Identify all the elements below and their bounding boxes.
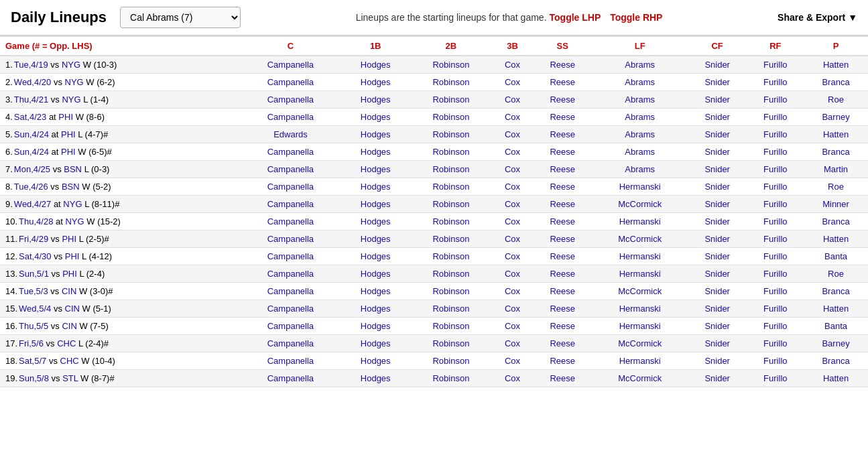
center-field-link[interactable]: Snider bbox=[704, 338, 730, 348]
opp-link[interactable]: PHI bbox=[61, 129, 76, 139]
shortstop-link[interactable]: Reese bbox=[550, 129, 575, 139]
catcher-link[interactable]: Campanella bbox=[267, 234, 314, 244]
opp-link[interactable]: NYG bbox=[65, 77, 84, 87]
first-base-link[interactable]: Hodges bbox=[361, 60, 391, 70]
opp-link[interactable]: BSN bbox=[62, 182, 80, 192]
game-link[interactable]: Sat,4/23 bbox=[14, 112, 46, 122]
left-field-link[interactable]: Abrams bbox=[625, 112, 655, 122]
left-field-link[interactable]: Hermanski bbox=[619, 356, 661, 366]
toggle-lhp-button[interactable]: Toggle LHP bbox=[550, 12, 601, 23]
left-field-link[interactable]: McCormick bbox=[618, 234, 662, 244]
third-base-link[interactable]: Cox bbox=[505, 286, 520, 296]
opp-link[interactable]: PHI bbox=[62, 269, 77, 279]
left-field-link[interactable]: McCormick bbox=[618, 338, 662, 348]
pitcher-link[interactable]: Hatten bbox=[823, 373, 849, 383]
shortstop-link[interactable]: Reese bbox=[550, 373, 575, 383]
second-base-link[interactable]: Robinson bbox=[432, 338, 469, 348]
right-field-link[interactable]: Furillo bbox=[763, 147, 787, 157]
right-field-link[interactable]: Furillo bbox=[763, 182, 787, 192]
toggle-rhp-button[interactable]: Toggle RHP bbox=[610, 12, 662, 23]
catcher-link[interactable]: Campanella bbox=[267, 216, 314, 226]
pitcher-link[interactable]: Hatten bbox=[823, 304, 849, 314]
second-base-link[interactable]: Robinson bbox=[432, 77, 469, 87]
game-link[interactable]: Fri,5/6 bbox=[19, 338, 44, 348]
third-base-link[interactable]: Cox bbox=[505, 304, 520, 314]
center-field-link[interactable]: Snider bbox=[704, 147, 730, 157]
right-field-link[interactable]: Furillo bbox=[763, 112, 787, 122]
center-field-link[interactable]: Snider bbox=[704, 373, 730, 383]
opp-link[interactable]: CIN bbox=[62, 286, 76, 296]
shortstop-link[interactable]: Reese bbox=[550, 94, 575, 105]
opp-link[interactable]: NYG bbox=[65, 216, 84, 226]
first-base-link[interactable]: Hodges bbox=[361, 304, 391, 314]
left-field-link[interactable]: McCormick bbox=[618, 373, 662, 383]
center-field-link[interactable]: Snider bbox=[704, 216, 730, 226]
first-base-link[interactable]: Hodges bbox=[361, 251, 391, 261]
first-base-link[interactable]: Hodges bbox=[361, 286, 391, 296]
shortstop-link[interactable]: Reese bbox=[550, 60, 575, 70]
third-base-link[interactable]: Cox bbox=[505, 112, 520, 122]
game-link[interactable]: Sun,5/1 bbox=[19, 269, 49, 279]
catcher-link[interactable]: Campanella bbox=[267, 251, 314, 261]
left-field-link[interactable]: Abrams bbox=[625, 129, 655, 139]
pitcher-link[interactable]: Roe bbox=[828, 182, 844, 192]
shortstop-link[interactable]: Reese bbox=[550, 251, 575, 261]
third-base-link[interactable]: Cox bbox=[505, 77, 520, 87]
game-link[interactable]: Tue,4/26 bbox=[14, 182, 48, 192]
center-field-link[interactable]: Snider bbox=[704, 77, 730, 87]
right-field-link[interactable]: Furillo bbox=[763, 129, 787, 139]
catcher-link[interactable]: Edwards bbox=[273, 129, 308, 139]
pitcher-link[interactable]: Minner bbox=[822, 199, 849, 209]
right-field-link[interactable]: Furillo bbox=[763, 234, 787, 244]
first-base-link[interactable]: Hodges bbox=[361, 216, 391, 226]
game-link[interactable]: Tue,5/3 bbox=[19, 286, 48, 296]
third-base-link[interactable]: Cox bbox=[505, 60, 520, 70]
third-base-link[interactable]: Cox bbox=[505, 251, 520, 261]
first-base-link[interactable]: Hodges bbox=[361, 234, 391, 244]
second-base-link[interactable]: Robinson bbox=[432, 164, 469, 174]
game-link[interactable]: Thu,4/21 bbox=[14, 94, 48, 105]
game-link[interactable]: Thu,5/5 bbox=[19, 321, 48, 331]
left-field-link[interactable]: Abrams bbox=[625, 77, 655, 87]
first-base-link[interactable]: Hodges bbox=[361, 164, 391, 174]
third-base-link[interactable]: Cox bbox=[505, 269, 520, 279]
right-field-link[interactable]: Furillo bbox=[763, 338, 787, 348]
shortstop-link[interactable]: Reese bbox=[550, 286, 575, 296]
second-base-link[interactable]: Robinson bbox=[432, 182, 469, 192]
first-base-link[interactable]: Hodges bbox=[361, 269, 391, 279]
team-select[interactable]: Cal Abrams (7) bbox=[120, 7, 241, 28]
third-base-link[interactable]: Cox bbox=[505, 129, 520, 139]
catcher-link[interactable]: Campanella bbox=[267, 182, 314, 192]
second-base-link[interactable]: Robinson bbox=[432, 199, 469, 209]
shortstop-link[interactable]: Reese bbox=[550, 338, 575, 348]
second-base-link[interactable]: Robinson bbox=[432, 234, 469, 244]
center-field-link[interactable]: Snider bbox=[704, 94, 730, 105]
game-link[interactable]: Sun,4/24 bbox=[14, 147, 49, 157]
left-field-link[interactable]: Hermanski bbox=[619, 216, 661, 226]
center-field-link[interactable]: Snider bbox=[704, 356, 730, 366]
game-link[interactable]: Wed,5/4 bbox=[19, 304, 51, 314]
catcher-link[interactable]: Campanella bbox=[267, 286, 314, 296]
catcher-link[interactable]: Campanella bbox=[267, 373, 314, 383]
pitcher-link[interactable]: Branca bbox=[822, 77, 849, 87]
catcher-link[interactable]: Campanella bbox=[267, 356, 314, 366]
right-field-link[interactable]: Furillo bbox=[763, 164, 787, 174]
left-field-link[interactable]: Hermanski bbox=[619, 269, 661, 279]
left-field-link[interactable]: McCormick bbox=[618, 199, 662, 209]
first-base-link[interactable]: Hodges bbox=[361, 199, 391, 209]
opp-link[interactable]: PHI bbox=[65, 251, 80, 261]
second-base-link[interactable]: Robinson bbox=[432, 269, 469, 279]
center-field-link[interactable]: Snider bbox=[704, 269, 730, 279]
pitcher-link[interactable]: Roe bbox=[828, 269, 844, 279]
second-base-link[interactable]: Robinson bbox=[432, 216, 469, 226]
center-field-link[interactable]: Snider bbox=[704, 129, 730, 139]
center-field-link[interactable]: Snider bbox=[704, 182, 730, 192]
catcher-link[interactable]: Campanella bbox=[267, 77, 314, 87]
third-base-link[interactable]: Cox bbox=[505, 147, 520, 157]
second-base-link[interactable]: Robinson bbox=[432, 60, 469, 70]
first-base-link[interactable]: Hodges bbox=[361, 147, 391, 157]
third-base-link[interactable]: Cox bbox=[505, 356, 520, 366]
third-base-link[interactable]: Cox bbox=[505, 216, 520, 226]
pitcher-link[interactable]: Hatten bbox=[823, 129, 849, 139]
game-link[interactable]: Sun,4/24 bbox=[14, 129, 49, 139]
